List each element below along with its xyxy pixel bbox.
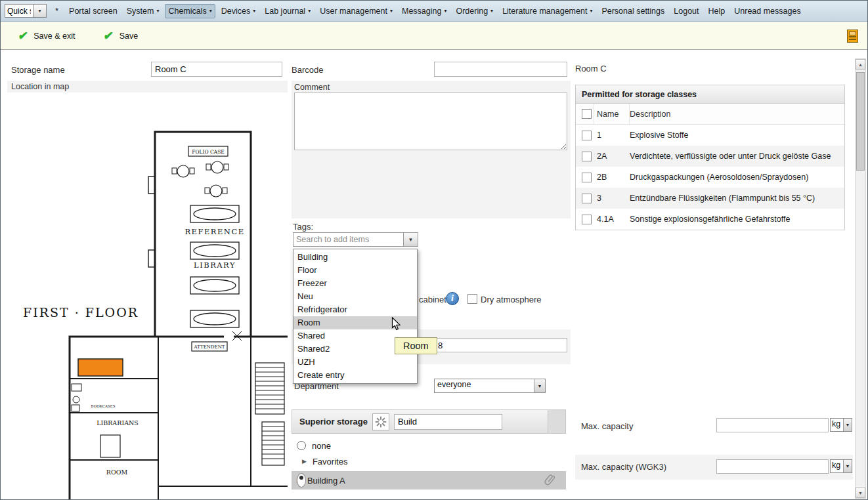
loading-spinner-icon[interactable] [372, 413, 389, 430]
storage-class-description: Verdichtete, verflüssigte oder unter Dru… [630, 152, 844, 161]
nav-item-devices[interactable]: Devices ▾ [218, 4, 259, 18]
nav-label: Logout [674, 7, 699, 16]
radio-icon[interactable] [297, 441, 306, 450]
nav-label: User management [320, 7, 387, 16]
storage-class-checkbox[interactable] [582, 131, 592, 140]
save-label: Save [119, 31, 139, 41]
dropdown-item[interactable]: Neu [293, 290, 417, 303]
storage-class-row: 2A Verdichtete, verflüssigte oder unter … [576, 146, 844, 167]
nav-item-ordering[interactable]: Ordering ▾ [452, 4, 496, 18]
storage-class-name: 2A [594, 152, 630, 161]
checkmark-icon: ✔ [103, 30, 114, 41]
floorplan-label-librarians: LIBRARIANS [97, 419, 139, 427]
max-capacity-unit-select[interactable]: kg ▼ [830, 418, 852, 432]
barcode-label: Barcode [292, 65, 323, 75]
storage-name-input[interactable] [151, 62, 282, 77]
storage-class-checkbox[interactable] [582, 194, 592, 203]
nav-item-help[interactable]: Help [705, 4, 729, 18]
column-header-description[interactable]: Description [630, 110, 844, 119]
storage-class-description: Sonstige explosionsgefährliche Gefahrsto… [630, 215, 844, 224]
triangle-right-icon[interactable]: ▶ [302, 459, 307, 465]
nav-item-unread-messages[interactable]: Unread messages [731, 4, 804, 18]
floorplan-background [7, 93, 288, 500]
barcode-input[interactable] [434, 62, 567, 77]
storage-classes-panel: Permitted for storage classes Name Descr… [575, 85, 845, 230]
save-button[interactable]: ✔ Save [104, 30, 138, 41]
dropdown-item[interactable]: Building [293, 251, 417, 264]
superior-option-favorites[interactable]: ▶ Favorites [292, 454, 566, 469]
vertical-scrollbar[interactable]: ▲ ▼ [855, 58, 866, 499]
storage-class-description: Entzündbare Flüssigkeiten (Flammpunkt bi… [630, 194, 844, 203]
floorplan-title: FIRST · FLOOR [23, 305, 139, 320]
max-capacity-wgk3-input[interactable] [716, 459, 829, 474]
storage-classes-panel-title: Permitted for storage classes [576, 85, 844, 104]
max-capacity-label: Max. capacity [581, 421, 633, 431]
quick-search-dropdown-button[interactable]: ▾ [33, 4, 47, 18]
quick-search: ▾ [5, 4, 47, 18]
dropdown-item-create-entry[interactable]: Create entry [293, 369, 417, 382]
radio-selected-icon[interactable] [297, 473, 306, 488]
paperclip-icon[interactable] [541, 472, 557, 489]
select-all-checkbox[interactable] [582, 109, 592, 119]
selected-storage-title: Room C [575, 64, 607, 73]
nav-item-messaging[interactable]: Messaging ▾ [399, 4, 450, 18]
scroll-up-button[interactable]: ▲ [856, 59, 865, 70]
nav-label: Portal screen [69, 7, 118, 16]
dropdown-item[interactable]: Freezer [293, 277, 417, 290]
floorplan-map[interactable]: FOLIO CASE REFERENCE LIBRARY FIRST · FLO… [7, 93, 288, 500]
tags-search-input[interactable] [293, 232, 404, 247]
chevron-down-icon: ▾ [38, 8, 41, 14]
max-capacity-wgk3-unit-select[interactable]: kg ▼ [830, 459, 852, 473]
safety-cabinet-label: cabinet [419, 295, 446, 304]
floorplan-label-room: ROOM [106, 469, 128, 476]
scrollbar-thumb[interactable] [856, 72, 865, 171]
nav-item-chemicals[interactable]: Chemicals ▾ [165, 4, 215, 18]
save-and-exit-label: Save & exit [33, 31, 75, 41]
highlighted-room[interactable] [78, 359, 123, 376]
storage-class-checkbox[interactable] [582, 152, 592, 161]
save-and-exit-button[interactable]: ✔ Save & exit [18, 30, 75, 41]
nav-label: Personal settings [601, 7, 664, 16]
superior-storage-title: Superior storage [299, 417, 368, 427]
dropdown-item[interactable]: UZH [293, 356, 417, 369]
superior-option-building-a[interactable]: ▶ Building A [292, 471, 566, 490]
unit-selected-value: kg [831, 460, 843, 472]
clipboard-icon[interactable] [847, 30, 858, 43]
nav-item-personal-settings[interactable]: Personal settings [598, 4, 668, 18]
nav-item-user-management[interactable]: User management ▾ [316, 4, 396, 18]
tags-dropdown-button[interactable]: ▼ [404, 232, 418, 247]
nav-item-lab-journal[interactable]: Lab journal ▾ [261, 4, 314, 18]
storage-class-row: 2B Druckgaspackungen (Aerosoldosen/Spray… [576, 167, 844, 188]
scroll-down-icon: ▼ [858, 491, 863, 495]
floorplan-label-library: LIBRARY [194, 260, 236, 270]
main-content: Storage name Location in map [1, 51, 867, 499]
unsaved-indicator: * [55, 6, 58, 16]
storage-class-checkbox[interactable] [582, 215, 592, 224]
dry-atmosphere-checkbox[interactable] [467, 294, 477, 304]
comment-label: Comment [292, 81, 571, 92]
floor-input[interactable] [434, 338, 567, 352]
nav-item-literature-management[interactable]: Literature management ▾ [499, 4, 596, 18]
storage-class-name: 3 [594, 194, 630, 203]
storage-class-name: 2B [594, 173, 630, 182]
superior-option-none[interactable]: none [292, 437, 566, 454]
scroll-down-button[interactable]: ▼ [856, 488, 865, 498]
max-capacity-input[interactable] [716, 418, 829, 432]
tags-dropdown-list: Building Floor Freezer Neu Refridgerator… [293, 249, 418, 384]
dropdown-item[interactable]: Floor [293, 264, 417, 277]
tooltip: Room [395, 337, 437, 354]
info-icon[interactable]: i [446, 292, 459, 305]
dropdown-item[interactable]: Refridgerator [293, 303, 417, 316]
comment-textarea[interactable] [294, 93, 567, 150]
nav-item-system[interactable]: System ▾ [123, 4, 163, 18]
storage-class-checkbox[interactable] [582, 173, 592, 182]
department-select[interactable]: everyone ▼ [434, 379, 546, 393]
superior-storage-search-input[interactable] [394, 414, 502, 430]
storage-class-name: 4.1A [594, 215, 630, 224]
department-selected-value: everyone [435, 379, 534, 392]
storage-class-description: Druckgaspackungen (Aerosoldosen/Spraydos… [630, 173, 844, 182]
column-header-name[interactable]: Name [594, 104, 630, 124]
nav-item-logout[interactable]: Logout [670, 4, 702, 18]
nav-item-portal-screen[interactable]: Portal screen [66, 4, 121, 18]
quick-search-input[interactable] [5, 4, 33, 18]
